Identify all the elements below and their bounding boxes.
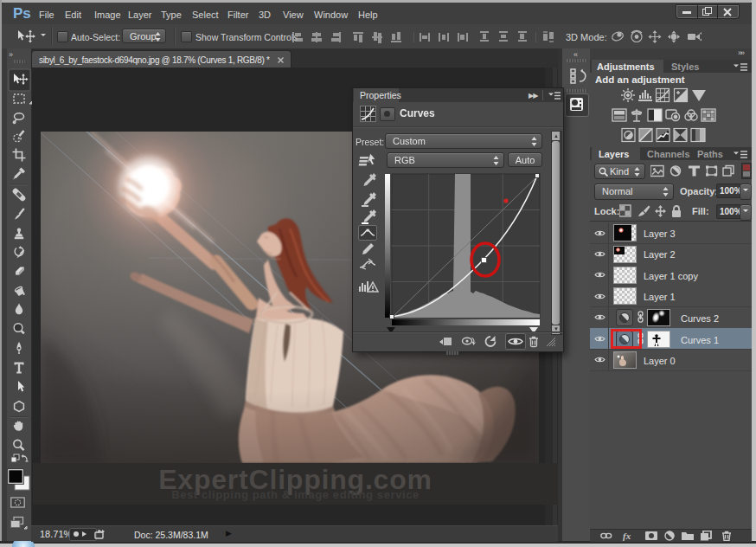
svg-text:fx: fx [623,531,631,541]
